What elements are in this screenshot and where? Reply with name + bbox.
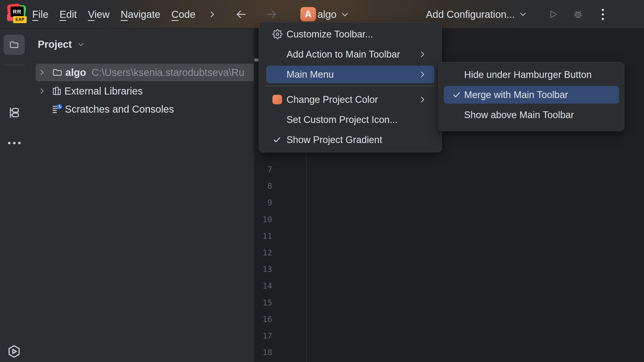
tree-row-scratches-and-consoles[interactable]: Scratches and Consoles xyxy=(36,101,254,117)
expand-chevron[interactable] xyxy=(39,87,46,95)
rustrover-logo[interactable]: RR EAP xyxy=(7,4,27,25)
color-swatch-slot xyxy=(272,95,282,104)
run-configuration-chevron-icon xyxy=(519,12,527,17)
structure-icon xyxy=(8,106,20,119)
submenu-item-hide-under-hamburger-button[interactable]: Hide under Hamburger Button xyxy=(444,66,619,83)
submenu-item-show-above-main-toolbar[interactable]: Show above Main Toolbar xyxy=(444,106,619,124)
menu-item-customize-toolbar-[interactable]: Customize Toolbar... xyxy=(266,25,434,43)
folder-icon xyxy=(52,67,63,78)
menu-item-label: Show above Main Toolbar xyxy=(444,106,619,124)
menu-item-label: Merge with Main Toolbar xyxy=(444,86,619,104)
submenu-arrow-icon xyxy=(419,70,425,79)
line-number-11[interactable]: 11 xyxy=(254,228,272,244)
menu-item-change-project-color[interactable]: Change Project Color xyxy=(266,91,434,108)
main-menu-submenu: Hide under Hamburger ButtonMerge with Ma… xyxy=(438,62,624,131)
project-panel-header[interactable]: Project xyxy=(38,39,85,50)
project-switcher-chevron-icon[interactable] xyxy=(341,12,349,17)
scratches-icon xyxy=(52,104,63,115)
checkmark xyxy=(452,90,461,99)
menu-item-label: Hide under Hamburger Button xyxy=(444,66,619,83)
external-libraries-icon xyxy=(52,86,62,96)
checkmark-icon xyxy=(272,135,281,144)
checkmark-icon xyxy=(452,90,461,99)
tree-item-name: Scratches and Consoles xyxy=(65,104,174,115)
line-number-7[interactable]: 7 xyxy=(254,161,272,178)
line-number-18[interactable]: 18 xyxy=(254,344,272,361)
expand-chevron[interactable] xyxy=(39,68,46,77)
logo-eap-badge: EAP xyxy=(13,16,27,23)
menu-item-main-menu[interactable]: Main Menu xyxy=(266,66,434,83)
menubar-item-navigate[interactable]: Navigate xyxy=(120,9,160,20)
submenu-arrow xyxy=(419,70,425,79)
menu-separator xyxy=(266,86,434,86)
services-hexagon-play-icon xyxy=(7,344,21,359)
submenu-arrow-icon xyxy=(419,50,425,59)
rustrover-window: RR EAP FileEditViewNavigateCode A algo A… xyxy=(0,0,644,362)
line-number-14[interactable]: 14 xyxy=(254,278,272,294)
menu-item-set-custom-project-icon-[interactable]: Set Custom Project Icon... xyxy=(266,111,434,128)
kebab-icon xyxy=(602,9,604,20)
forward-arrow-button[interactable] xyxy=(264,8,279,20)
line-number-9[interactable]: 9 xyxy=(254,194,272,211)
line-number-8[interactable]: 8 xyxy=(254,178,272,194)
tool-window-stripe xyxy=(0,29,28,362)
debug-button[interactable] xyxy=(570,0,586,29)
line-number-13[interactable]: 13 xyxy=(254,261,272,278)
submenu-arrow xyxy=(419,50,425,59)
run-button[interactable] xyxy=(545,0,560,29)
menu-item-label: Set Custom Project Icon... xyxy=(266,111,434,128)
expand-chevron-icon xyxy=(39,87,45,95)
toolbar-context-menu: Customize Toolbar...Add Action to Main T… xyxy=(259,22,442,152)
menu-item-label: Customize Toolbar... xyxy=(266,25,434,43)
scratches-icon xyxy=(52,104,63,115)
tree-row-algo[interactable]: algoC:\Users\ksenia.starodubtseva\Ru xyxy=(36,64,254,81)
line-number-17[interactable]: 17 xyxy=(254,328,272,344)
menubar: FileEditViewNavigateCode xyxy=(32,0,195,29)
panel-splitter-grip[interactable] xyxy=(254,58,259,62)
run-configuration-label: Add Configuration... xyxy=(426,9,515,20)
tree-item-name: algo xyxy=(65,67,86,78)
tree-row-external-libraries[interactable]: External Libraries xyxy=(36,83,254,99)
menubar-item-view[interactable]: View xyxy=(88,9,109,20)
structure-tool-window-button[interactable] xyxy=(4,103,25,123)
stripe-divider xyxy=(4,65,25,65)
menubar-item-file[interactable]: File xyxy=(32,9,48,20)
menubar-overflow-chevron-icon[interactable] xyxy=(208,10,216,19)
folder-icon xyxy=(52,67,63,78)
more-tool-windows-button[interactable] xyxy=(0,142,28,144)
project-tool-window-button[interactable] xyxy=(4,35,25,55)
project-panel-title: Project xyxy=(38,39,72,50)
gear-slot xyxy=(272,29,283,39)
gear-icon xyxy=(272,29,283,39)
services-tool-window-button[interactable] xyxy=(4,341,25,361)
tree-item-name: External Libraries xyxy=(64,85,143,97)
line-number-16[interactable]: 16 xyxy=(254,311,272,328)
checkmark xyxy=(272,135,281,144)
tree-item-path: C:\Users\ksenia.starodubtseva\Ru xyxy=(92,67,244,78)
submenu-arrow xyxy=(419,95,425,104)
project-tool-window: Project algoC:\Users\ksenia.starodubtsev… xyxy=(28,29,254,362)
line-number-12[interactable]: 12 xyxy=(254,244,272,261)
line-number-10[interactable]: 10 xyxy=(254,211,272,228)
menu-item-show-project-gradient[interactable]: Show Project Gradient xyxy=(266,131,434,149)
expand-chevron-icon xyxy=(39,68,45,77)
menu-item-label: Add Action to Main Toolbar xyxy=(266,46,434,63)
project-color-badge[interactable]: A xyxy=(300,7,316,21)
back-arrow-button[interactable] xyxy=(233,8,249,20)
menu-item-label: Main Menu xyxy=(266,66,434,83)
project-view-chevron-icon xyxy=(77,42,85,47)
menubar-item-code[interactable]: Code xyxy=(171,9,195,20)
menu-item-label: Show Project Gradient xyxy=(266,131,434,149)
menu-item-label: Change Project Color xyxy=(266,91,434,108)
submenu-arrow-icon xyxy=(419,95,425,104)
submenu-item-merge-with-main-toolbar[interactable]: Merge with Main Toolbar xyxy=(444,86,619,104)
library-icon xyxy=(52,86,62,96)
menu-item-add-action-to-main-toolbar[interactable]: Add Action to Main Toolbar xyxy=(266,46,434,63)
more-actions-kebab-button[interactable] xyxy=(598,0,607,29)
folder-icon xyxy=(9,40,20,50)
project-color-swatch-icon xyxy=(272,95,282,104)
line-number-15[interactable]: 15 xyxy=(254,294,272,311)
menubar-item-edit[interactable]: Edit xyxy=(59,9,77,20)
logo-monogram: RR xyxy=(11,7,24,17)
